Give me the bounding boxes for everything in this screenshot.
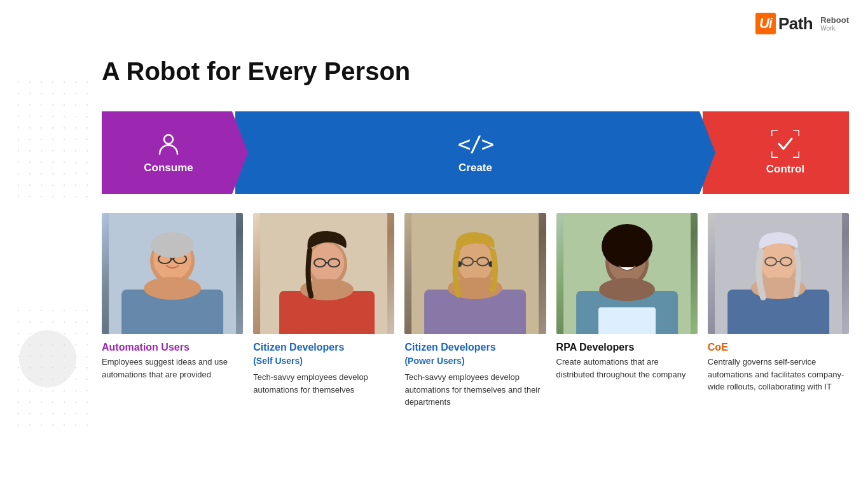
photo-automation-users bbox=[102, 213, 243, 334]
scan-icon bbox=[771, 130, 799, 158]
path-logo-text: Path bbox=[778, 14, 813, 34]
decorative-dots-top bbox=[13, 76, 89, 204]
uipath-logo: Ui Path bbox=[755, 13, 813, 34]
card-citizen-dev-self: Citizen Developers (Self Users) Tech-sav… bbox=[253, 213, 394, 409]
automation-users-title: Automation Users bbox=[102, 342, 243, 353]
card-coe: CoE Centrally governs self-service autom… bbox=[708, 213, 849, 409]
control-label: Control bbox=[766, 163, 804, 176]
svg-point-9 bbox=[151, 232, 194, 258]
control-icon-wrapper bbox=[771, 130, 799, 158]
person-illustration-2 bbox=[253, 213, 394, 334]
reboot-label: Reboot bbox=[820, 15, 849, 25]
citizen-dev-power-desc: Tech-savvy employees develop automations… bbox=[404, 371, 546, 409]
svg-point-0 bbox=[164, 135, 173, 144]
rpa-developers-title: RPA Developers bbox=[556, 342, 698, 353]
citizen-dev-power-subtitle: (Power Users) bbox=[404, 356, 546, 366]
svg-point-32 bbox=[599, 278, 655, 301]
citizen-dev-self-title: Citizen Developers bbox=[253, 342, 394, 353]
coe-desc: Centrally governs self-service automatio… bbox=[708, 356, 849, 393]
consume-label: Consume bbox=[144, 162, 193, 174]
card-automation-users: Automation Users Employees suggest ideas… bbox=[102, 213, 243, 409]
citizen-dev-self-desc: Tech-savvy employees develop automations… bbox=[253, 371, 394, 396]
banner-create: </> Create bbox=[235, 111, 715, 194]
reboot-text-area: Reboot Work. bbox=[820, 15, 849, 32]
rpa-developers-desc: Create automations that are distributed … bbox=[556, 356, 698, 381]
create-label: Create bbox=[458, 162, 492, 174]
work-label: Work. bbox=[820, 25, 849, 32]
cards-row: Automation Users Employees suggest ideas… bbox=[102, 213, 849, 409]
automation-users-desc: Employees suggest ideas and use automati… bbox=[102, 356, 243, 381]
photo-rpa-developers bbox=[556, 213, 698, 334]
svg-rect-34 bbox=[598, 307, 656, 334]
code-icon: </> bbox=[458, 131, 493, 157]
logo-area: Ui Path Reboot Work. bbox=[755, 13, 849, 34]
ui-logo-box: Ui bbox=[755, 13, 776, 34]
person-illustration-1 bbox=[102, 213, 243, 334]
citizen-dev-power-title: Citizen Developers bbox=[404, 342, 546, 353]
card-rpa-developers: RPA Developers Create automations that a… bbox=[556, 213, 698, 409]
svg-point-33 bbox=[602, 224, 652, 269]
page-title: A Robot for Every Person bbox=[102, 57, 849, 86]
person-illustration-3 bbox=[404, 213, 546, 334]
photo-citizen-dev-power bbox=[404, 213, 546, 334]
citizen-dev-self-subtitle: (Self Users) bbox=[253, 356, 394, 366]
person-icon bbox=[156, 131, 181, 157]
svg-point-5 bbox=[144, 277, 201, 300]
photo-coe bbox=[708, 213, 849, 334]
person-illustration-5 bbox=[708, 213, 849, 334]
category-banner: Consume </> Create Control bbox=[102, 111, 849, 194]
card-citizen-dev-power: Citizen Developers (Power Users) Tech-sa… bbox=[404, 213, 546, 409]
person-illustration-4 bbox=[556, 213, 698, 334]
coe-title: CoE bbox=[708, 342, 849, 353]
decorative-circle bbox=[19, 330, 76, 388]
banner-consume: Consume bbox=[102, 111, 248, 194]
photo-citizen-dev-self bbox=[253, 213, 394, 334]
banner-control: Control bbox=[703, 111, 849, 194]
main-content: A Robot for Every Person Consume </> Cre… bbox=[102, 57, 849, 409]
